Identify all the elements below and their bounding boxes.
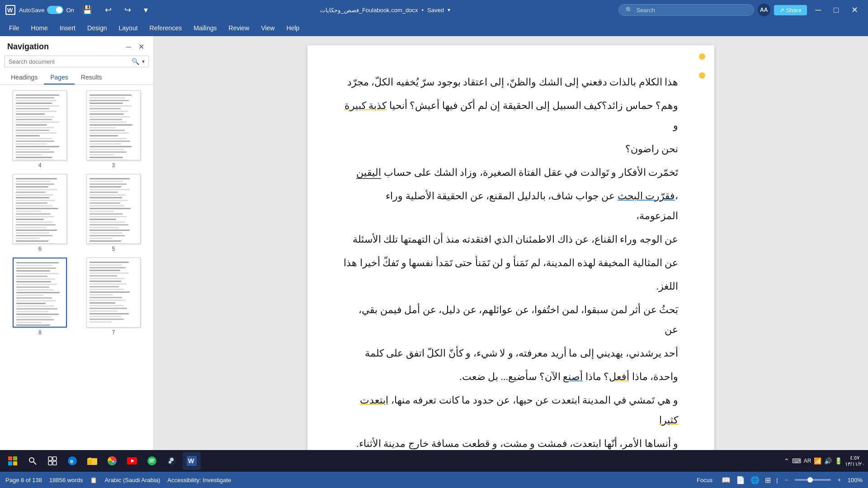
nav-header: Navigation ─ ✕ (0, 36, 153, 56)
menu-file[interactable]: File (4, 23, 25, 33)
main-content: Navigation ─ ✕ 🔍 ▾ Headings Pages Result… (0, 36, 868, 472)
menu-help[interactable]: Help (281, 23, 305, 33)
volume-icon[interactable]: 🔊 (824, 457, 832, 465)
page-row-1: 4 (5, 90, 148, 169)
avatar[interactable]: AA (758, 4, 770, 16)
share-button[interactable]: ↗ Share (774, 5, 807, 15)
underline-text-2: اليقين (356, 167, 381, 179)
nav-search-dropdown[interactable]: ▾ (142, 58, 145, 65)
page-thumb-7[interactable]: 7 (79, 258, 148, 336)
nav-collapse-button[interactable]: ─ (124, 42, 133, 52)
nav-title: Navigation (7, 42, 49, 52)
menu-mailings[interactable]: Mailings (188, 23, 222, 33)
more-options-button[interactable]: ▾ (139, 3, 152, 17)
pages-grid: 4 (0, 85, 153, 472)
menu-home[interactable]: Home (26, 23, 53, 33)
taskview-button[interactable] (43, 452, 61, 470)
page-thumb-6[interactable]: 6 (5, 174, 75, 252)
save-button[interactable]: 💾 (78, 3, 97, 17)
nav-header-icons: ─ ✕ (124, 42, 146, 52)
view-icon-read[interactable]: 📖 (722, 476, 731, 484)
para-7: عن المثالية المخيفة لهذه المدينة، لم تَم… (344, 253, 678, 273)
svg-rect-15 (87, 460, 92, 465)
taskbar-clock[interactable]: ٤:٥٧ ١٣/١١/٢٠ (845, 455, 864, 467)
thumb-img-5 (86, 174, 141, 244)
zoom-level[interactable]: 100% (848, 477, 863, 483)
focus-label[interactable]: Focus (697, 477, 712, 483)
svg-point-6 (29, 458, 34, 462)
file-explorer-icon[interactable] (83, 452, 101, 470)
svg-rect-3 (13, 456, 17, 460)
para-4: تَخمّرت الأفكار و تَوالدت في عقل الفتاة … (344, 163, 678, 183)
underline-text-1: كذبة كبيرة (344, 100, 387, 111)
view-icon-print[interactable]: 📄 (736, 476, 745, 484)
zoom-in-button[interactable]: ＋ (836, 476, 842, 484)
zoom-thumb (807, 477, 813, 483)
page-row-3: 8 (5, 258, 148, 336)
zoom-out-button[interactable]: － (783, 476, 789, 484)
para-8: اللغز. (344, 277, 678, 296)
nav-close-button[interactable]: ✕ (137, 42, 146, 52)
page-thumb-8[interactable]: 8 (5, 258, 75, 336)
page-num-7: 7 (112, 329, 115, 336)
document-area[interactable]: هذا الكلام بالذات دفعني إلى الشك والظنّ،… (154, 36, 868, 472)
nav-tabs: Headings Pages Results (0, 71, 153, 85)
steam-icon[interactable] (163, 452, 181, 470)
tray-icons: ⌃ (784, 457, 789, 465)
menu-references[interactable]: References (144, 23, 188, 33)
tab-results[interactable]: Results (75, 71, 108, 84)
menu-layout[interactable]: Layout (113, 23, 143, 33)
youtube-icon[interactable] (123, 452, 141, 470)
spotify-icon[interactable] (143, 452, 161, 470)
svg-rect-2 (8, 456, 12, 460)
tab-headings[interactable]: Headings (5, 71, 44, 84)
start-button[interactable] (4, 452, 22, 470)
chrome-icon[interactable] (103, 452, 121, 470)
menu-insert[interactable]: Insert (54, 23, 81, 33)
search-box[interactable]: 🔍 (618, 4, 754, 16)
saved-label: Saved (427, 7, 444, 14)
view-icon-other[interactable]: ⊞ (765, 476, 771, 484)
svg-rect-11 (53, 461, 57, 465)
search-input[interactable] (637, 7, 745, 14)
undo-button[interactable]: ↩ (100, 3, 116, 17)
page-thumb-5[interactable]: 5 (79, 174, 148, 252)
minimize-button[interactable]: ─ (811, 4, 826, 17)
menu-bar: File Home Insert Design Layout Reference… (0, 20, 868, 36)
menu-view[interactable]: View (255, 23, 280, 33)
page-thumb-3[interactable]: 3 (79, 90, 148, 169)
nav-search-icon: 🔍 (132, 58, 139, 65)
svg-text:e: e (70, 458, 73, 465)
accessibility[interactable]: Accessibility: Investigate (167, 477, 231, 483)
edge-icon[interactable]: e (63, 452, 81, 470)
saved-chevron[interactable]: ▾ (448, 7, 450, 13)
page-row-2: 6 (5, 174, 148, 252)
autosave-section: AutoSave On (19, 6, 74, 14)
status-bar: Page 8 of 138 18856 words 📋 Arabic (Saud… (0, 472, 868, 488)
battery-icon: 🔋 (835, 457, 842, 465)
page-thumb-4[interactable]: 4 (5, 90, 75, 169)
menu-review[interactable]: Review (223, 23, 255, 33)
svg-point-22 (170, 458, 174, 461)
view-icon-web[interactable]: 🌐 (750, 476, 760, 484)
page-num-3: 3 (112, 162, 115, 169)
menu-design[interactable]: Design (82, 23, 113, 33)
svg-text:W: W (188, 457, 194, 465)
page-num-4: 4 (38, 162, 42, 169)
redo-button[interactable]: ↪ (120, 3, 136, 17)
autosave-toggle[interactable] (47, 6, 63, 14)
language-indicator[interactable]: AR (804, 458, 811, 464)
underline-text-3: فقرّرت البحث (618, 190, 675, 202)
search-taskbar-button[interactable] (24, 452, 42, 470)
maximize-button[interactable]: □ (829, 4, 843, 17)
nav-search-box[interactable]: 🔍 ▾ (5, 56, 149, 67)
word-taskbar-icon[interactable]: W (183, 452, 201, 470)
svg-point-20 (147, 456, 156, 465)
thumb-img-8 (13, 258, 67, 328)
accessibility-icon: 📋 (90, 477, 97, 483)
close-button[interactable]: ✕ (847, 3, 863, 17)
nav-search-input[interactable] (9, 58, 129, 65)
tab-pages[interactable]: Pages (44, 71, 75, 84)
zoom-slider[interactable] (795, 479, 831, 481)
para-12: و هي تَمشي في المدينة ابتعدت عن حيها، عن… (344, 390, 678, 430)
